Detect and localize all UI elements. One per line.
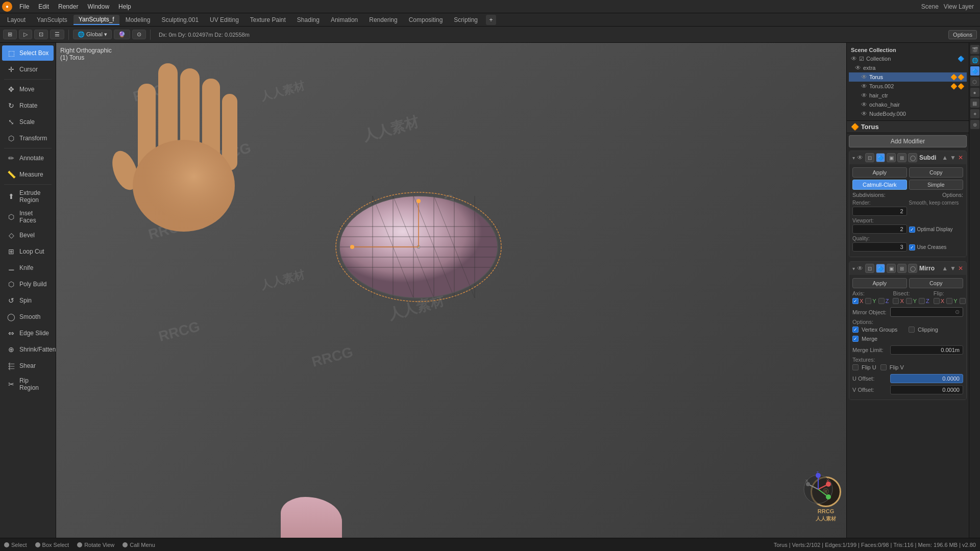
viewport[interactable]: RRCG 人人素材 RRCG RRCG 人人素材 RRCG RRCG 人人素材 … xyxy=(56,43,846,538)
properties-icon-texture[interactable]: ▦ xyxy=(970,98,979,108)
menu-help[interactable]: Help xyxy=(114,2,135,11)
tool-edge-slide[interactable]: ⇔ Edge Slide xyxy=(2,325,54,341)
menu-window[interactable]: Window xyxy=(83,2,113,11)
tab-modeling[interactable]: Modeling xyxy=(120,15,156,24)
tool-poly-build[interactable]: ⬡ Poly Build xyxy=(2,277,54,292)
subdi-up-icon[interactable]: ▲ xyxy=(942,154,948,161)
tab-texture-paint[interactable]: Texture Paint xyxy=(245,15,291,24)
properties-icon-physics[interactable]: ⊕ xyxy=(970,120,979,129)
tool-shear[interactable]: ⬱ Shear xyxy=(2,358,54,373)
mirror-icon-3[interactable]: ▣ xyxy=(887,264,896,273)
simple-button[interactable]: Simple xyxy=(909,180,964,190)
tab-yansculpts-f[interactable]: YanSculpts_f xyxy=(74,15,119,25)
tool-shrink-fatten[interactable]: ⊕ Shrink/Fatten xyxy=(2,342,54,357)
tool-transform[interactable]: ⬡ Transform xyxy=(2,131,54,146)
tool-inset-faces[interactable]: ⬡ Inset Faces xyxy=(2,207,54,227)
menu-render[interactable]: Render xyxy=(54,2,82,11)
mirror-icon-2[interactable]: 🔷 xyxy=(876,264,885,273)
bisect-x-checkbox[interactable] xyxy=(893,298,899,304)
bisect-z-checkbox[interactable] xyxy=(919,298,925,304)
tool-rotate[interactable]: ↻ Rotate xyxy=(2,98,54,113)
collection-item-extra[interactable]: 👁 extra xyxy=(849,63,967,72)
subdi-delete-icon[interactable]: ✕ xyxy=(958,154,963,161)
toolbar-icon-4[interactable]: ☰ xyxy=(50,30,64,39)
properties-icon-world[interactable]: 🌐 xyxy=(970,56,979,65)
render-value[interactable]: 2 xyxy=(852,207,907,216)
catmull-clark-button[interactable]: Catmull-Clark xyxy=(852,180,907,190)
tool-measure[interactable]: 📏 Measure xyxy=(2,167,54,182)
axis-y-checkbox[interactable] xyxy=(865,298,871,304)
add-workspace-button[interactable]: + xyxy=(486,15,496,25)
clipping-checkbox[interactable] xyxy=(909,327,915,333)
subdi-apply-button[interactable]: Apply xyxy=(852,167,907,178)
mirror-icon-4[interactable]: ⊞ xyxy=(897,264,906,273)
mirror-icon-5[interactable]: ◯ xyxy=(908,264,917,273)
viewport-gizmo[interactable]: X X Y Z xyxy=(800,471,836,507)
subdi-copy-button[interactable]: Copy xyxy=(909,167,964,178)
menu-edit[interactable]: Edit xyxy=(34,2,53,11)
v-offset-value[interactable]: 0.0000 xyxy=(890,385,963,394)
flip-y-checkbox[interactable] xyxy=(946,298,952,304)
mirror-vis-icon[interactable]: 👁 xyxy=(857,265,863,272)
axis-z-checkbox[interactable] xyxy=(878,298,885,304)
tool-smooth[interactable]: ◯ Smooth xyxy=(2,309,54,324)
subdi-icon-3[interactable]: ▣ xyxy=(887,153,896,162)
subdi-icon-2[interactable]: 🔷 xyxy=(876,153,885,162)
toolbar-icon-2[interactable]: ▷ xyxy=(19,30,32,39)
tool-move[interactable]: ✥ Move xyxy=(2,82,54,97)
tab-shading[interactable]: Shading xyxy=(292,15,325,24)
tab-compositing[interactable]: Compositing xyxy=(404,15,448,24)
collection-item-torus002[interactable]: 👁 Torus.002 🔶🔶 xyxy=(849,82,967,91)
use-creases-checkbox[interactable]: ✓ xyxy=(909,244,915,251)
axis-x-checkbox[interactable]: ✓ xyxy=(852,298,859,304)
properties-icon-material[interactable]: ● xyxy=(970,88,979,97)
tab-rendering[interactable]: Rendering xyxy=(364,15,402,24)
properties-icon-mesh[interactable]: ⬡ xyxy=(970,77,979,86)
subdi-expand-icon[interactable]: ▾ xyxy=(852,155,855,161)
merge-limit-value[interactable]: 0.001m xyxy=(890,345,963,355)
properties-icon-object[interactable]: 🔷 xyxy=(970,66,979,76)
menu-file[interactable]: File xyxy=(15,2,33,11)
snap-button[interactable]: 🔮 xyxy=(114,30,130,39)
global-coord-button[interactable]: 🌐 Global ▾ xyxy=(73,30,112,39)
toolbar-icon-3[interactable]: ⊡ xyxy=(34,30,48,39)
tool-knife[interactable]: ⚊ Knife xyxy=(2,260,54,276)
collection-item-nudebody[interactable]: 👁 NudeBody.000 xyxy=(849,109,967,118)
tool-scale[interactable]: ⤡ Scale xyxy=(2,114,54,130)
toolbar-icon-1[interactable]: ⊞ xyxy=(3,30,17,39)
viewport-value[interactable]: 2 xyxy=(852,224,907,234)
tool-bevel[interactable]: ◇ Bevel xyxy=(2,228,54,243)
mirror-object-input[interactable]: ⊙ xyxy=(890,307,963,317)
tool-extrude-region[interactable]: ⬆ Extrude Region xyxy=(2,187,54,206)
quality-value[interactable]: 3 xyxy=(852,242,907,252)
flip-z-checkbox[interactable] xyxy=(960,298,966,304)
collection-item-collection[interactable]: 👁 ☑ Collection 🔷 xyxy=(849,54,967,63)
mirror-expand-icon[interactable]: ▾ xyxy=(852,266,855,271)
properties-icon-particle[interactable]: ✦ xyxy=(970,109,979,118)
u-offset-value[interactable]: 0.0000 xyxy=(890,374,963,383)
collection-item-ochako-hair[interactable]: 👁 ochako_hair xyxy=(849,100,967,109)
mirror-copy-button[interactable]: Copy xyxy=(909,278,964,288)
mirror-down-icon[interactable]: ▼ xyxy=(950,265,956,272)
tool-spin[interactable]: ↺ Spin xyxy=(2,293,54,308)
flip-x-checkbox[interactable] xyxy=(934,298,940,304)
subdi-icon-1[interactable]: ⊡ xyxy=(865,153,874,162)
mirror-delete-icon[interactable]: ✕ xyxy=(958,265,963,272)
proportional-edit-button[interactable]: ⊙ xyxy=(132,30,146,39)
tool-rip-region[interactable]: ✂ Rip Region xyxy=(2,374,54,394)
subdi-vis-icon[interactable]: 👁 xyxy=(857,154,863,161)
subdi-icon-4[interactable]: ⊞ xyxy=(897,153,906,162)
mirror-up-icon[interactable]: ▲ xyxy=(942,265,948,272)
tool-annotate[interactable]: ✏ Annotate xyxy=(2,151,54,166)
tab-uv-editing[interactable]: UV Editing xyxy=(205,15,244,24)
options-dropdown[interactable]: Options xyxy=(948,30,977,39)
tab-sculpting[interactable]: Sculpting.001 xyxy=(156,15,204,24)
flip-u-checkbox[interactable] xyxy=(852,364,859,370)
tool-cursor[interactable]: ✛ Cursor xyxy=(2,62,54,77)
tab-yansculpts[interactable]: YanSculpts xyxy=(32,15,72,24)
tool-loop-cut[interactable]: ⊞ Loop Cut xyxy=(2,244,54,259)
properties-icon-scene[interactable]: 🎬 xyxy=(970,45,979,54)
bisect-y-checkbox[interactable] xyxy=(906,298,912,304)
subdi-icon-5[interactable]: ◯ xyxy=(908,153,917,162)
flip-v-checkbox[interactable] xyxy=(880,364,887,370)
